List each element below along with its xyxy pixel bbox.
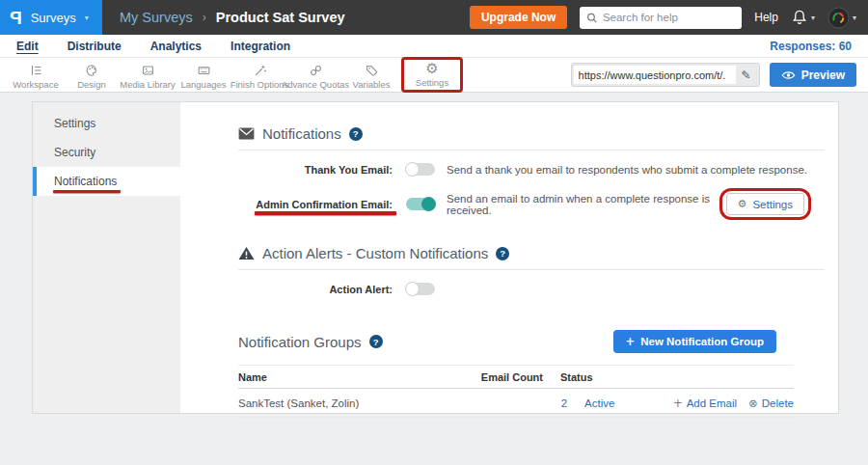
tab-edit[interactable]: Edit [16,40,39,53]
action-alert-toggle[interactable] [406,283,435,295]
settings-page: Settings Security Notifications Notifica… [0,101,868,465]
toolbar-media-library[interactable]: Media Library [120,61,176,90]
toolbar-settings[interactable]: ⚙ Settings [407,60,457,88]
action-alerts-section-header: Action Alerts - Custom Notifications ? [238,245,825,270]
admin-email-settings-button[interactable]: ⚙ Settings [726,193,804,215]
plus-icon: + [673,397,683,410]
action-alert-row: Action Alert: [238,283,825,295]
chevron-down-icon: ▾ [85,14,89,22]
admin-confirmation-email-description: Send an email to admin when a complete r… [447,193,719,216]
search-icon [586,12,598,24]
breadcrumb: My Surveys › Product Sat Survey [102,10,345,25]
responses-count[interactable]: Responses: 60 [770,40,852,53]
palette-icon [84,63,100,78]
delete-action[interactable]: ⊗ Delete [748,397,794,410]
notifications-content: Notifications ? Thank You Email: Send a … [180,102,838,413]
toolbar-variables[interactable]: Variables [343,61,399,90]
tab-analytics[interactable]: Analytics [150,40,202,53]
section-title: Notifications [262,125,341,142]
toolbar-finish-options[interactable]: Finish Options [231,61,287,90]
admin-confirmation-email-row: Admin Confirmation Email: Send an email … [238,188,825,220]
notifications-section-header: Notifications ? [238,125,825,150]
section-title: Action Alerts - Custom Notifications [262,245,488,261]
notifications-bell[interactable]: ▾ [791,9,815,26]
header-status: Status [543,371,649,383]
circle-x-icon: ⊗ [748,397,758,410]
group-row: SankTest (Sanket, Zolin) 2 Active + Add … [238,389,794,418]
add-email-action[interactable]: + Add Email [673,397,737,410]
keyboard-icon [196,63,212,78]
survey-nav: Edit Distribute Analytics Integration Re… [0,35,868,58]
settings-button-annotation-box: ⚙ Settings [719,188,811,220]
action-alert-label: Action Alert: [238,284,393,295]
upgrade-now-button[interactable]: Upgrade Now [470,6,567,29]
plus-icon: + [626,335,636,348]
toolbar-workspace[interactable]: Workspace [8,61,64,90]
thank-you-email-toggle[interactable] [406,163,435,176]
surveys-menu-label: Surveys [31,11,76,25]
chevron-down-icon: ▾ [853,14,856,22]
help-search[interactable] [580,7,742,29]
breadcrumb-separator: › [203,11,206,24]
help-icon[interactable]: ? [349,127,363,141]
toolbar-languages[interactable]: Languages [176,61,231,90]
help-link[interactable]: Help [754,11,778,24]
gear-icon: ⚙ [738,198,747,210]
sidebar-item-settings[interactable]: Settings [33,109,180,138]
settings-panel: Settings Security Notifications Notifica… [32,101,839,414]
bell-icon [791,9,808,26]
admin-confirmation-email-toggle[interactable] [406,198,435,210]
help-icon[interactable]: ? [496,247,509,260]
warning-icon [238,246,255,260]
groups-table-header: Name Email Count Status [238,366,794,389]
chain-links-icon [308,63,324,78]
tab-integration[interactable]: Integration [231,40,290,53]
workspace-icon [28,63,44,78]
settings-annotation-box: ⚙ Settings [401,57,463,93]
sidebar-item-security[interactable]: Security [33,138,180,167]
breadcrumb-current: Product Sat Survey [216,10,345,25]
avatar [827,7,850,29]
tag-icon [364,63,380,78]
wand-icon [252,63,268,78]
toolbar-advance-quotas[interactable]: Advance Quotas [287,61,343,90]
account-menu[interactable]: ▾ [827,7,856,29]
envelope-icon [238,127,255,140]
notification-groups-header: Notification Groups ? + New Notification… [238,330,794,353]
survey-url-field[interactable]: ✎ [571,63,760,87]
group-name: SankTest (Sanket, Zolin) [238,397,490,409]
header-name: Name [238,371,466,383]
header-email-count: Email Count [466,371,543,383]
image-icon [140,63,156,78]
help-icon[interactable]: ? [369,335,383,348]
sidebar-item-notifications[interactable]: Notifications [33,167,180,196]
search-input[interactable] [603,12,735,23]
chevron-down-icon: ▾ [811,14,815,22]
surveys-menu[interactable]: P Surveys ▾ [0,0,102,35]
section-title: Notification Groups [238,334,362,350]
toolbar-design[interactable]: Design [64,61,120,90]
thank-you-email-row: Thank You Email: Send a thank you email … [238,163,825,176]
preview-button[interactable]: Preview [770,63,856,87]
questionpro-logo: P [10,9,22,27]
edit-url-pencil-icon[interactable]: ✎ [736,68,757,82]
eye-icon [781,70,796,80]
thank-you-email-label: Thank You Email: [238,164,393,176]
new-notification-group-button[interactable]: + New Notification Group [613,330,776,353]
edit-toolbar: Workspace Design Media Library Languages [0,58,868,93]
survey-url-input[interactable] [574,66,736,84]
gear-icon: ⚙ [425,62,438,76]
admin-confirmation-email-label: Admin Confirmation Email: [238,199,393,210]
thank-you-email-description: Send a thank you email to respondents wh… [447,164,807,176]
top-bar: P Surveys ▾ My Surveys › Product Sat Sur… [0,0,868,35]
settings-sidebar: Settings Security Notifications [33,102,180,413]
tab-distribute[interactable]: Distribute [68,40,122,53]
breadcrumb-parent[interactable]: My Surveys [120,10,193,25]
group-status-link[interactable]: Active [584,397,614,409]
